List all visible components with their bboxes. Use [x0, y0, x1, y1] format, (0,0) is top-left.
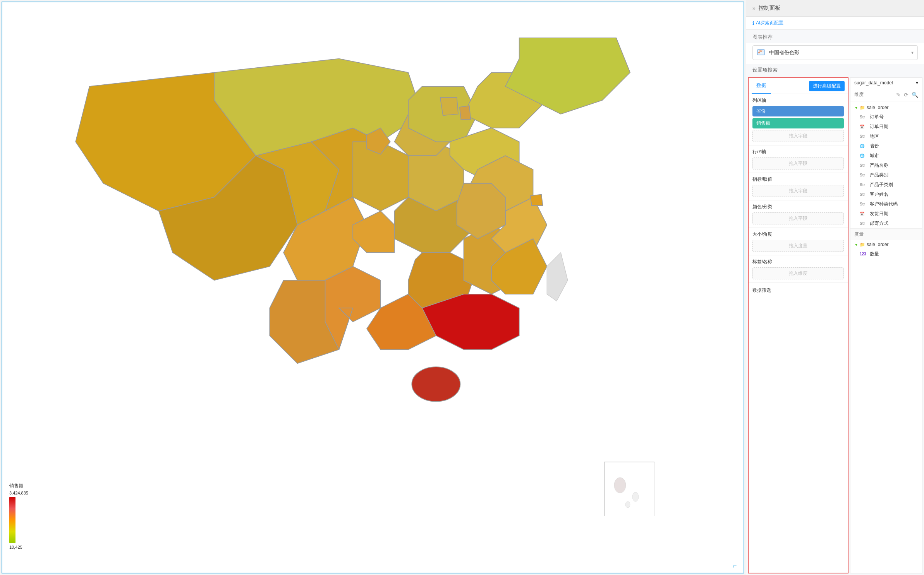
- advanced-config-btn[interactable]: 进行高级配置: [809, 81, 845, 91]
- legend-max: 3,424,835: [9, 491, 28, 495]
- tree-item-product-name[interactable]: Str 产品名称: [850, 161, 922, 170]
- tree-item-city[interactable]: 🌐 城市: [850, 151, 922, 161]
- svg-point-38: [758, 52, 760, 53]
- ai-config-link[interactable]: ℹ AI探索页配置: [752, 20, 918, 26]
- datasource-name[interactable]: sugar_data_model ▾: [854, 80, 918, 86]
- size-label: 大小/角度: [752, 231, 844, 238]
- type-str-6: Str: [860, 192, 868, 197]
- right-panel: » 控制面板 ℹ AI探索页配置 图表推荐 中国省份色彩 ▾ 设置项搜索: [746, 0, 924, 575]
- search-icon[interactable]: 🔍: [912, 92, 918, 98]
- collapse-icon[interactable]: »: [752, 5, 756, 11]
- ai-config-section: ℹ AI探索页配置: [746, 17, 924, 30]
- map-legend: 销售额 3,424,835 10,425: [9, 483, 28, 549]
- tree-group-measure: ▼ 📁 sale_order 123 数量: [850, 240, 922, 259]
- svg-marker-28: [460, 106, 471, 120]
- type-str-3: Str: [860, 163, 868, 168]
- color-label: 颜色/分类: [752, 204, 844, 210]
- item-product-subcat: 产品子类别: [870, 181, 893, 188]
- tree-item-quantity[interactable]: 123 数量: [850, 249, 922, 259]
- item-city: 城市: [870, 152, 879, 159]
- measure-group-name: sale_order: [867, 242, 889, 247]
- svg-point-33: [614, 477, 626, 493]
- row-y-drop[interactable]: 拖入字段: [752, 157, 844, 169]
- tree-item-product-subcat[interactable]: Str 产品子类别: [850, 180, 922, 190]
- datasource-arrow: ▾: [916, 80, 918, 86]
- map-area: 销售额 3,424,835 10,425 ⌐: [2, 2, 744, 573]
- item-ship-mode: 邮寄方式: [870, 220, 888, 227]
- label-drop[interactable]: 拖入维度: [752, 267, 844, 279]
- item-customer-type: 客户种类代码: [870, 201, 898, 207]
- label-section: 标签/名称 拖入维度: [749, 255, 848, 283]
- item-customer: 客户姓名: [870, 191, 888, 198]
- col-x-section: 列/X轴 省份 销售额 拖入字段: [749, 94, 848, 145]
- col-x-drop[interactable]: 拖入字段: [752, 130, 844, 142]
- svg-marker-31: [547, 252, 568, 301]
- tree-item-order-no[interactable]: Str 订单号: [850, 112, 922, 122]
- field-province[interactable]: 省份: [752, 106, 844, 116]
- tree-measure-chevron: ▼: [854, 243, 858, 247]
- chart-name: 中国省份色彩: [769, 49, 911, 56]
- tree-group-header[interactable]: ▼ 📁 sale_order: [850, 103, 922, 112]
- row-y-label: 行/Y轴: [752, 149, 844, 155]
- chart-dropdown-icon: ▾: [911, 50, 914, 55]
- corner-icon: ⌐: [733, 562, 740, 570]
- item-province: 省份: [870, 143, 879, 149]
- type-globe-1: 🌐: [860, 144, 868, 148]
- dim-toolbar: 维度 ✎ ⟳ 🔍: [850, 88, 922, 101]
- svg-marker-27: [440, 98, 459, 116]
- chart-selector[interactable]: 中国省份色彩 ▾: [752, 45, 918, 60]
- type-globe-2: 🌐: [860, 154, 868, 158]
- item-order-date: 订单日期: [870, 123, 888, 130]
- refresh-icon[interactable]: ⟳: [904, 92, 909, 98]
- tree-item-region[interactable]: Str 地区: [850, 132, 922, 141]
- ai-config-label: AI探索页配置: [756, 20, 783, 26]
- type-str-4: Str: [860, 173, 868, 177]
- edit-icon[interactable]: ✎: [896, 92, 901, 98]
- datasource-label: sugar_data_model: [854, 80, 893, 86]
- tree-item-ship-date[interactable]: 📅 发货日期: [850, 209, 922, 219]
- tree-item-customer-type[interactable]: Str 客户种类代码: [850, 199, 922, 209]
- svg-rect-32: [605, 462, 655, 516]
- tree-item-order-date[interactable]: 📅 订单日期: [850, 122, 922, 132]
- panel-header: » 控制面板: [746, 0, 924, 17]
- svg-marker-29: [531, 194, 543, 205]
- datasource-select[interactable]: sugar_data_model ▾: [850, 78, 922, 88]
- dim-toolbar-icons: ✎ ⟳ 🔍: [896, 92, 918, 98]
- tab-data[interactable]: 数据: [752, 78, 771, 94]
- china-map: [17, 31, 647, 516]
- tree-item-customer[interactable]: Str 客户姓名: [850, 190, 922, 199]
- dimension-panel: sugar_data_model ▾ 维度 ✎ ⟳ 🔍 ▼ 📁: [850, 77, 922, 573]
- item-order-no: 订单号: [870, 114, 884, 120]
- legend-bar: [9, 497, 15, 543]
- type-str-7: Str: [860, 202, 868, 206]
- svg-point-35: [625, 501, 630, 508]
- type-str-2: Str: [860, 134, 868, 139]
- measure-section-title: 度量: [850, 228, 922, 240]
- metric-label: 指标/取值: [752, 176, 844, 183]
- field-sales[interactable]: 销售额: [752, 118, 844, 128]
- ai-icon: ℹ: [752, 21, 754, 26]
- color-drop[interactable]: 拖入字段: [752, 212, 844, 224]
- tree-measure-header[interactable]: ▼ 📁 sale_order: [850, 240, 922, 249]
- tree-item-product-cat[interactable]: Str 产品类别: [850, 170, 922, 180]
- item-product-name: 产品名称: [870, 162, 888, 169]
- tree-chevron-icon: ▼: [854, 106, 858, 110]
- tree-item-province[interactable]: 🌐 省份: [850, 141, 922, 151]
- tree-group-name: sale_order: [867, 105, 889, 110]
- type-date-1: 📅: [860, 125, 868, 129]
- measure-folder-icon: 📁: [860, 242, 865, 247]
- panel-title: 控制面板: [759, 5, 780, 12]
- metric-drop[interactable]: 拖入字段: [752, 185, 844, 197]
- size-section: 大小/角度 拖入度量: [749, 228, 848, 255]
- item-region: 地区: [870, 133, 879, 140]
- tree-item-ship-mode[interactable]: Str 邮寄方式: [850, 219, 922, 228]
- chart-recommend-label: 图表推荐: [746, 30, 924, 43]
- legend-min: 10,425: [9, 545, 22, 549]
- two-panel: 数据 进行高级配置 列/X轴 省份 销售额 拖入字段 行/Y轴 拖入字段 指标/…: [746, 76, 924, 575]
- item-product-cat: 产品类别: [870, 172, 888, 178]
- size-drop[interactable]: 拖入度量: [752, 240, 844, 252]
- type-str-1: Str: [860, 115, 868, 119]
- map-container: 销售额 3,424,835 10,425 ⌐: [2, 2, 744, 573]
- svg-point-37: [759, 50, 762, 52]
- tree-section: ▼ 📁 sale_order Str 订单号 📅 订单日期 Str: [850, 101, 922, 260]
